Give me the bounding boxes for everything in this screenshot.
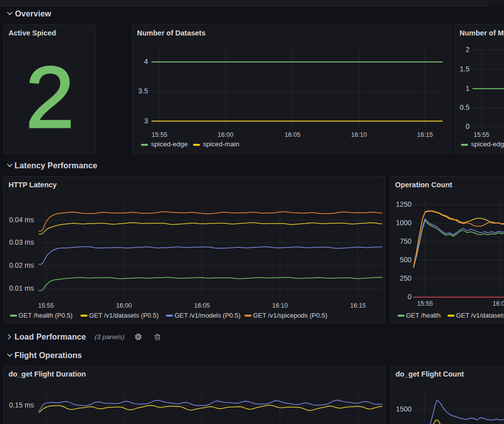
svg-text:GET /v1/datasets: GET /v1/datasets: [456, 312, 504, 319]
svg-text:1000: 1000: [396, 219, 412, 227]
svg-text:1500: 1500: [396, 405, 412, 413]
svg-text:500: 500: [400, 256, 412, 264]
svg-text:GET /v1/datasets (P0.5): GET /v1/datasets (P0.5): [89, 312, 158, 319]
svg-text:GET /health: GET /health: [406, 312, 440, 319]
svg-text:Number of Datasets: Number of Datasets: [137, 29, 206, 37]
svg-text:3: 3: [144, 117, 148, 125]
svg-text:GET /v1/models (P0.5): GET /v1/models (P0.5): [174, 312, 240, 319]
svg-text:2: 2: [466, 45, 470, 53]
svg-text:0.02 ms: 0.02 ms: [9, 261, 34, 269]
svg-text:750: 750: [400, 237, 412, 245]
svg-text:16:00: 16:00: [218, 131, 233, 138]
svg-text:1.5: 1.5: [460, 65, 470, 73]
svg-text:do_get Flight Count: do_get Flight Count: [396, 370, 464, 378]
svg-text:16:00: 16:00: [492, 300, 504, 307]
svg-text:spiced-main: spiced-main: [203, 140, 240, 148]
svg-text:Operation Count: Operation Count: [395, 181, 452, 189]
svg-text:0.03 ms: 0.03 ms: [9, 238, 34, 246]
svg-text:16:15: 16:15: [417, 131, 432, 138]
svg-text:GET /health (P0.5): GET /health (P0.5): [18, 312, 72, 319]
svg-text:3.5: 3.5: [138, 87, 148, 95]
svg-text:16:05: 16:05: [194, 302, 210, 309]
svg-text:15:55: 15:55: [152, 131, 167, 138]
svg-text:1: 1: [466, 84, 470, 92]
svg-text:HTTP Latency: HTTP Latency: [8, 181, 56, 189]
svg-text:1250: 1250: [396, 200, 412, 208]
svg-text:15:55: 15:55: [38, 302, 54, 309]
svg-text:Number of Mo: Number of Mo: [460, 29, 504, 37]
svg-text:16:10: 16:10: [272, 302, 288, 309]
svg-text:GET /v1/spicepods (P0.5): GET /v1/spicepods (P0.5): [253, 312, 328, 319]
svg-text:0.5: 0.5: [460, 103, 470, 111]
svg-text:16:00: 16:00: [116, 302, 132, 309]
svg-text:15:55: 15:55: [417, 300, 432, 307]
svg-text:0: 0: [408, 293, 412, 301]
svg-text:0.15 ms: 0.15 ms: [9, 401, 34, 409]
svg-text:4: 4: [144, 57, 148, 65]
svg-text:16:10: 16:10: [351, 131, 366, 138]
svg-text:0: 0: [466, 122, 470, 130]
svg-text:0.01 ms: 0.01 ms: [9, 284, 34, 292]
svg-text:spiced-edge: spiced-edge: [471, 140, 504, 148]
svg-text:15:55: 15:55: [474, 131, 489, 138]
svg-text:Active Spiced: Active Spiced: [8, 29, 56, 37]
svg-text:0.04 ms: 0.04 ms: [9, 216, 34, 224]
svg-text:2: 2: [26, 48, 74, 146]
svg-text:16:05: 16:05: [284, 131, 300, 138]
svg-text:250: 250: [400, 274, 412, 282]
svg-text:spiced-edge: spiced-edge: [151, 140, 188, 148]
svg-text:do_get Flight Duration: do_get Flight Duration: [8, 370, 86, 378]
svg-text:16:15: 16:15: [350, 302, 366, 309]
